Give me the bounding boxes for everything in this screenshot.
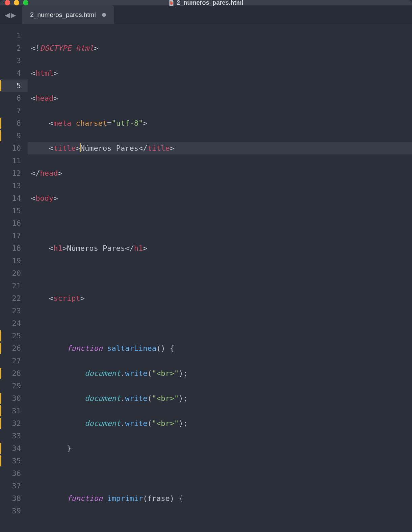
code-line: function imprimir(frase) {	[28, 492, 412, 505]
line-number: 27	[0, 355, 28, 367]
line-number: 18	[0, 242, 28, 255]
line-number: 39	[0, 505, 28, 517]
line-number: 24	[0, 317, 28, 330]
nav-back-icon[interactable]: ◀	[5, 10, 10, 20]
code-line: }	[28, 442, 412, 455]
line-number: 7	[0, 104, 28, 117]
code-line: document.write("<br>");	[28, 417, 412, 430]
line-number: 19	[0, 255, 28, 267]
line-number: 32	[0, 417, 28, 430]
line-number: 20	[0, 267, 28, 280]
line-number: 34	[0, 442, 28, 455]
code-line: </head>	[28, 167, 412, 179]
editor-window: 2_numeros_pares.html ◀ ▶ 2_numeros_pares…	[0, 0, 412, 532]
line-number: 36	[0, 467, 28, 480]
line-number: 14	[0, 192, 28, 204]
code-line: document.write("<br>");	[28, 367, 412, 380]
line-number: 5	[0, 79, 28, 92]
line-number: 30	[0, 392, 28, 405]
line-number: 29	[0, 380, 28, 392]
line-number: 31	[0, 405, 28, 417]
line-number: 2	[0, 42, 28, 54]
line-number: 13	[0, 179, 28, 192]
code-content[interactable]: <!DOCTYPE html> <html> <head> <meta char…	[28, 24, 412, 532]
line-number: 16	[0, 217, 28, 229]
line-number: 22	[0, 292, 28, 305]
line-number: 12	[0, 167, 28, 179]
tab-label: 2_numeros_pares.html	[30, 11, 96, 19]
line-number: 11	[0, 154, 28, 167]
code-line: <meta charset="utf-8">	[28, 117, 412, 129]
window-title-text: 2_numeros_pares.html	[177, 0, 243, 6]
line-number: 17	[0, 229, 28, 242]
line-number: 38	[0, 492, 28, 505]
line-number: 10	[0, 142, 28, 154]
line-number: 9	[0, 129, 28, 142]
line-number: 21	[0, 280, 28, 292]
line-number: 37	[0, 480, 28, 492]
code-line: <title>Números Pares</title>	[28, 142, 412, 154]
code-line: <body>	[28, 192, 412, 204]
code-line	[28, 317, 412, 330]
nav-arrows: ◀ ▶	[5, 10, 16, 20]
editor-area[interactable]: 1 2 3 4 5 6 7 8 9 10 11 12 13 14 15 16 1…	[0, 24, 412, 532]
svg-point-0	[170, 2, 173, 5]
line-number: 23	[0, 305, 28, 317]
line-number: 28	[0, 367, 28, 380]
minimize-icon[interactable]	[14, 0, 19, 5]
line-number: 3	[0, 54, 28, 67]
code-line: <script>	[28, 292, 412, 305]
line-number: 1	[0, 29, 28, 42]
line-number: 4	[0, 67, 28, 79]
line-number: 35	[0, 455, 28, 467]
code-line: document.write("<br>");	[28, 392, 412, 405]
code-line	[28, 267, 412, 280]
window-controls	[5, 0, 28, 5]
nav-forward-icon[interactable]: ▶	[11, 10, 16, 20]
code-line: <h1>Números Pares</h1>	[28, 242, 412, 255]
modified-indicator-icon	[102, 13, 106, 17]
code-line	[28, 467, 412, 480]
line-number: 15	[0, 204, 28, 217]
titlebar: 2_numeros_pares.html	[0, 0, 412, 5]
line-number-gutter: 1 2 3 4 5 6 7 8 9 10 11 12 13 14 15 16 1…	[0, 24, 28, 532]
tab-file[interactable]: 2_numeros_pares.html	[22, 5, 114, 24]
file-icon	[169, 0, 174, 6]
code-line: <!DOCTYPE html>	[28, 42, 412, 54]
code-line	[28, 517, 412, 530]
zoom-icon[interactable]	[23, 0, 28, 5]
close-icon[interactable]	[5, 0, 10, 5]
code-line: <html>	[28, 67, 412, 79]
line-number: 6	[0, 92, 28, 104]
line-number: 25	[0, 330, 28, 342]
code-line: <head>	[28, 92, 412, 104]
code-line: function saltarLinea() {	[28, 342, 412, 355]
line-number: 26	[0, 342, 28, 355]
tab-bar: ◀ ▶ 2_numeros_pares.html	[0, 5, 412, 24]
line-number: 8	[0, 117, 28, 129]
code-line	[28, 217, 412, 229]
line-number: 33	[0, 430, 28, 442]
window-title: 2_numeros_pares.html	[169, 0, 243, 6]
